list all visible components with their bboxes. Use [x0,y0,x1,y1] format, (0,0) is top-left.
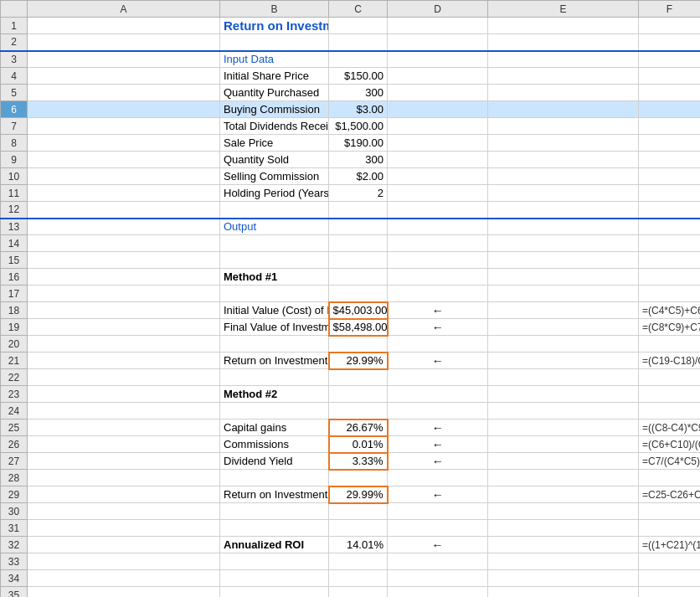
cell-e[interactable] [488,18,639,34]
cell-a[interactable] [28,570,220,587]
cell-b[interactable] [220,503,329,520]
cell-c[interactable]: $2.00 [329,168,388,185]
cell-b[interactable] [220,34,329,51]
cell-e[interactable] [488,319,639,336]
cell-e[interactable] [488,453,639,470]
cell-a[interactable] [28,520,220,537]
table-row[interactable]: 18Initial Value (Cost) of Investment$45,… [1,302,701,319]
cell-b[interactable]: Initial Share Price [220,68,329,85]
cell-e[interactable] [488,336,639,353]
cell-b[interactable]: Total Dividends Received [220,118,329,135]
cell-c[interactable]: 300 [329,85,388,101]
cell-c[interactable]: 0.01% [329,436,388,453]
table-row[interactable]: 22 [1,369,701,386]
table-row[interactable]: 3Input Data [1,51,701,68]
table-row[interactable]: 9Quantity Sold300 [1,152,701,168]
cell-c[interactable]: 3.33% [329,453,388,470]
cell-a[interactable] [28,269,220,286]
cell-c[interactable] [329,252,388,269]
cell-e[interactable] [488,403,639,419]
cell-a[interactable] [28,302,220,319]
cell-e[interactable] [488,302,639,319]
cell-b[interactable] [220,403,329,419]
cell-c[interactable] [329,286,388,302]
cell-b[interactable]: Return on Investment (ROI) [220,353,329,369]
cell-c[interactable]: $1,500.00 [329,118,388,135]
table-row[interactable]: 24 [1,403,701,419]
cell-a[interactable] [28,152,220,168]
cell-e[interactable] [488,553,639,570]
cell-b[interactable] [220,470,329,486]
cell-b[interactable] [220,570,329,587]
col-header-d[interactable]: D [388,1,488,18]
cell-e[interactable] [488,118,639,135]
cell-c[interactable] [329,34,388,51]
cell-a[interactable] [28,85,220,101]
table-row[interactable]: 12 [1,202,701,219]
cell-e[interactable] [488,68,639,85]
cell-a[interactable] [28,486,220,503]
table-row[interactable]: 21Return on Investment (ROI)29.99%←=(C19… [1,353,701,369]
table-row[interactable]: 11Holding Period (Years)2 [1,185,701,202]
cell-b[interactable]: Sale Price [220,135,329,152]
cell-a[interactable] [28,503,220,520]
cell-c[interactable]: 2 [329,185,388,202]
cell-c[interactable] [329,520,388,537]
table-row[interactable]: 33 [1,553,701,570]
col-header-b[interactable]: B [220,1,329,18]
table-row[interactable]: 32Annualized ROI14.01%←=((1+C21)^(1/C11)… [1,537,701,553]
table-row[interactable]: 25Capital gains26.67%←=((C8-C4)*C9)/(C4*… [1,419,701,436]
cell-b[interactable] [220,369,329,386]
cell-a[interactable] [28,403,220,419]
cell-b[interactable] [220,286,329,302]
cell-e[interactable] [488,470,639,486]
cell-c[interactable] [329,553,388,570]
cell-b[interactable]: Quantity Sold [220,152,329,168]
table-row[interactable]: 14 [1,235,701,252]
cell-b[interactable] [220,520,329,537]
cell-b[interactable]: Selling Commission [220,168,329,185]
table-row[interactable]: 13Output [1,219,701,235]
cell-a[interactable] [28,336,220,353]
cell-a[interactable] [28,436,220,453]
cell-c[interactable] [329,219,388,235]
cell-b[interactable]: Capital gains [220,419,329,436]
cell-a[interactable] [28,219,220,235]
cell-b[interactable]: Holding Period (Years) [220,185,329,202]
cell-c[interactable] [329,202,388,219]
table-row[interactable]: 23Method #2 [1,386,701,403]
cell-c[interactable]: $150.00 [329,68,388,85]
cell-b[interactable]: Dividend Yield [220,453,329,470]
cell-c[interactable]: $3.00 [329,101,388,118]
cell-e[interactable] [488,202,639,219]
cell-a[interactable] [28,18,220,34]
cell-c[interactable]: $190.00 [329,135,388,152]
cell-e[interactable] [488,486,639,503]
table-row[interactable]: 34 [1,570,701,587]
cell-a[interactable] [28,319,220,336]
cell-c[interactable]: $58,498.00 [329,319,388,336]
cell-a[interactable] [28,470,220,486]
cell-b[interactable] [220,252,329,269]
cell-c[interactable] [329,51,388,68]
cell-c[interactable] [329,570,388,587]
table-row[interactable]: 8Sale Price$190.00 [1,135,701,152]
cell-c[interactable]: 14.01% [329,537,388,553]
table-row[interactable]: 31 [1,520,701,537]
table-row[interactable]: 27Dividend Yield3.33%←=C7/(C4*C5) [1,453,701,470]
table-row[interactable]: 1Return on Investment (ROI) [1,18,701,34]
cell-a[interactable] [28,537,220,553]
cell-a[interactable] [28,235,220,252]
cell-a[interactable] [28,286,220,302]
cell-e[interactable] [488,219,639,235]
table-row[interactable]: 5Quantity Purchased300 [1,85,701,101]
cell-e[interactable] [488,587,639,598]
cell-a[interactable] [28,185,220,202]
cell-a[interactable] [28,419,220,436]
cell-c[interactable]: $45,003.00 [329,302,388,319]
table-row[interactable]: 4Initial Share Price$150.00 [1,68,701,85]
table-row[interactable]: 30 [1,503,701,520]
cell-b[interactable] [220,235,329,252]
cell-e[interactable] [488,168,639,185]
table-row[interactable]: 29Return on Investment (ROI)29.99%←=C25-… [1,486,701,503]
